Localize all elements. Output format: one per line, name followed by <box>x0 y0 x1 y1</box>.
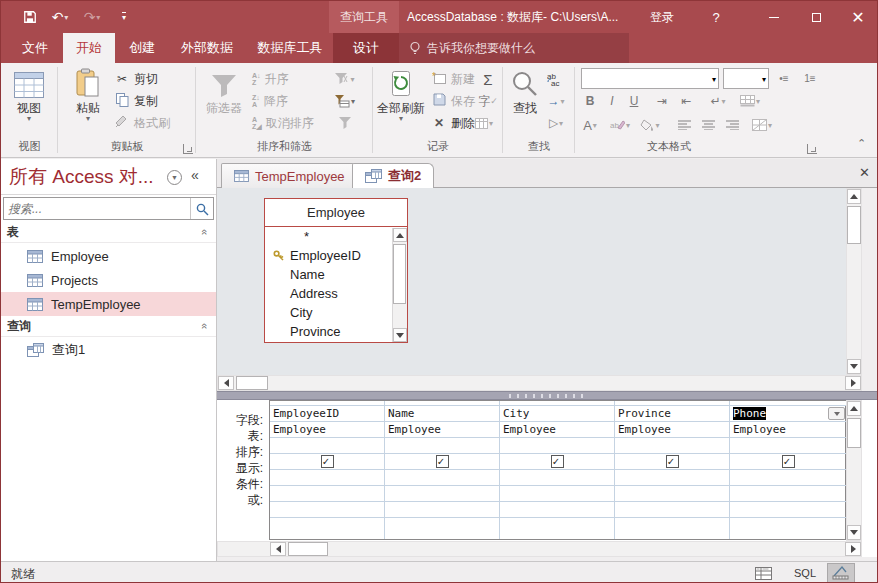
search-input[interactable] <box>8 200 183 217</box>
tab-create[interactable]: 创建 <box>117 33 167 63</box>
sort-cell[interactable] <box>615 438 729 454</box>
field-province[interactable]: Province <box>290 324 341 339</box>
refresh-all-button[interactable]: 全部刷新 ▾ <box>375 66 427 123</box>
field-name[interactable]: Name <box>290 267 325 282</box>
help-button[interactable]: ? <box>701 1 731 33</box>
decrease-indent-button[interactable]: ⇤ <box>675 91 697 111</box>
nav-item-tempemployee[interactable]: TempEmployee <box>1 292 216 316</box>
show-cell[interactable] <box>615 454 729 470</box>
goto-button[interactable]: →▾ <box>545 91 567 111</box>
spelling-button[interactable]: 字✓ <box>477 91 499 111</box>
nav-item-employee[interactable]: Employee <box>1 244 216 268</box>
text-format-dialog-launcher[interactable] <box>807 144 817 154</box>
paste-button[interactable]: 粘贴 ▾ <box>64 66 112 123</box>
show-cell[interactable] <box>270 454 384 470</box>
search-icon[interactable] <box>196 203 209 216</box>
nav-item-query1[interactable]: 查询1 <box>1 338 216 362</box>
tab-file[interactable]: 文件 <box>9 33 61 63</box>
collapse-section-icon[interactable]: « <box>199 323 211 329</box>
show-checkbox[interactable] <box>666 455 679 468</box>
sort-descending-button[interactable]: Z↓A 降序 <box>252 91 288 111</box>
sort-cell[interactable] <box>270 438 384 454</box>
undo-button[interactable]: ↶▾ <box>49 7 71 27</box>
gridlines-button[interactable]: ▾ <box>739 91 761 111</box>
remove-sort-button[interactable]: AZ◢ 取消排序 <box>252 113 314 133</box>
highlight-color-button[interactable]: ab ▾ <box>609 115 631 135</box>
save-record-button[interactable]: 保存 <box>431 91 475 111</box>
or-cell[interactable] <box>270 486 384 502</box>
new-record-button[interactable]: * 新建 <box>431 69 475 89</box>
grid-hscrollbar[interactable] <box>217 541 862 557</box>
nav-section-tables[interactable]: 表 « <box>1 222 216 243</box>
collapse-ribbon-button[interactable]: ⌃ <box>857 137 866 150</box>
criteria-cell[interactable] <box>615 470 729 486</box>
field-cell[interactable]: Name <box>385 406 499 422</box>
clipboard-dialog-launcher[interactable] <box>183 144 193 154</box>
numbering-button[interactable]: 1≡ <box>799 68 821 88</box>
table-cell[interactable]: Employee <box>500 422 614 438</box>
show-cell[interactable] <box>500 454 614 470</box>
sort-cell[interactable] <box>385 438 499 454</box>
field-cell[interactable]: Province <box>615 406 729 422</box>
show-cell[interactable] <box>385 454 499 470</box>
field-list-scrollbar[interactable] <box>392 228 407 342</box>
design-pane-vscrollbar[interactable] <box>846 188 862 375</box>
pane-splitter[interactable] <box>217 391 878 400</box>
or-cell[interactable] <box>385 486 499 502</box>
select-button[interactable]: ▷▾ <box>545 113 567 133</box>
scroll-right-icon[interactable] <box>845 542 861 556</box>
criteria-cell[interactable] <box>385 470 499 486</box>
scroll-down-icon[interactable] <box>847 359 861 374</box>
qat-customize-button[interactable]: ▾ <box>113 7 135 27</box>
sort-cell[interactable] <box>730 438 846 454</box>
undo-dropdown-icon[interactable]: ▾ <box>64 13 68 22</box>
bold-button[interactable]: B <box>579 91 601 111</box>
show-checkbox[interactable] <box>782 455 795 468</box>
close-button[interactable]: ✕ <box>837 1 878 33</box>
scroll-left-icon[interactable] <box>218 376 234 390</box>
tab-external-data[interactable]: 外部数据 <box>169 33 245 63</box>
criteria-cell[interactable] <box>500 470 614 486</box>
tab-design[interactable]: 设计 <box>333 33 399 63</box>
alternate-fill-button[interactable]: ▾ <box>751 115 773 135</box>
font-name-combo[interactable]: ▾ <box>581 68 719 89</box>
scroll-left-icon[interactable] <box>270 542 286 556</box>
nav-item-projects[interactable]: Projects <box>1 268 216 292</box>
scroll-up-icon[interactable] <box>393 228 407 242</box>
close-document-icon[interactable]: ✕ <box>859 165 870 180</box>
field-city[interactable]: City <box>290 305 312 320</box>
tell-me-box[interactable]: 告诉我你想要做什么 <box>399 33 629 63</box>
scroll-down-icon[interactable] <box>847 525 861 540</box>
grid-vscrollbar[interactable] <box>846 400 862 541</box>
more-records-button[interactable]: ▾ <box>473 113 495 133</box>
nav-menu-dropdown-icon[interactable]: ▼ <box>167 170 182 185</box>
or-cell[interactable] <box>500 486 614 502</box>
selection-filter-button[interactable]: ▾ <box>334 69 356 89</box>
fill-color-button[interactable]: ▾ <box>639 115 661 135</box>
table-cell[interactable]: Employee <box>270 422 384 438</box>
bullets-button[interactable]: •≡ <box>773 68 795 88</box>
font-color-button[interactable]: A▾ <box>579 115 601 135</box>
tab-home[interactable]: 开始 <box>63 33 115 63</box>
font-size-combo[interactable]: ▾ <box>723 68 769 89</box>
field-star[interactable]: * <box>304 229 309 244</box>
scroll-up-icon[interactable] <box>847 401 861 416</box>
toggle-filter-button[interactable] <box>334 113 356 133</box>
italic-button[interactable]: I <box>601 91 623 111</box>
view-button[interactable]: 视图 ▾ <box>5 66 53 123</box>
minimize-button[interactable] <box>753 1 795 33</box>
paste-dropdown-icon[interactable]: ▾ <box>64 115 112 123</box>
increase-indent-button[interactable]: ⇥ <box>651 91 673 111</box>
advanced-filter-button[interactable]: ▾ <box>334 91 356 111</box>
criteria-cell[interactable] <box>730 470 846 486</box>
field-cell[interactable]: City <box>500 406 614 422</box>
scroll-up-icon[interactable] <box>847 189 861 204</box>
totals-button[interactable]: Σ <box>477 69 499 89</box>
field-list-employee[interactable]: Employee * EmployeeID Name Address City … <box>264 198 408 343</box>
design-view-button[interactable] <box>827 563 855 583</box>
criteria-cell[interactable] <box>270 470 384 486</box>
text-direction-button[interactable]: ↵▾ <box>707 91 729 111</box>
scroll-right-icon[interactable] <box>845 376 861 390</box>
nav-search-box[interactable] <box>3 197 214 220</box>
redo-button[interactable]: ↷▾ <box>81 7 103 27</box>
